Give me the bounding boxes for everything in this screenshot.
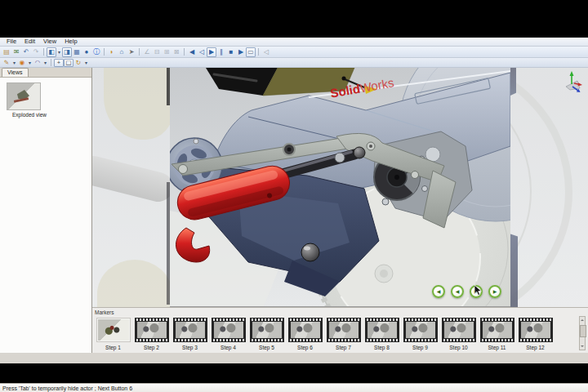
play-icon[interactable]: ▶: [207, 47, 216, 57]
marker-step-9[interactable]: Step 9: [401, 318, 439, 350]
open-icon[interactable]: ▤: [2, 47, 11, 57]
toolbar-separator: [184, 48, 185, 56]
menu-item[interactable]: Edit: [20, 38, 39, 46]
step-thumbnail[interactable]: [519, 318, 553, 342]
menu-item[interactable]: File: [2, 38, 20, 46]
send-email-icon[interactable]: ✉: [11, 47, 21, 57]
step-thumbnail-image: [406, 322, 435, 338]
step-thumbnail[interactable]: [250, 318, 284, 342]
step-thumbnail[interactable]: [365, 318, 399, 342]
viewport-dim-right: [510, 68, 588, 307]
step-thumbnail-image: [291, 322, 320, 338]
tab-views[interactable]: Views: [2, 68, 29, 77]
pivot-knob: [301, 243, 319, 261]
pause-icon[interactable]: ∥: [216, 47, 226, 57]
sound-icon[interactable]: ◁: [261, 47, 271, 57]
pen-dropdown-icon[interactable]: ▾: [11, 59, 17, 67]
shaded-view-icon[interactable]: ●: [82, 47, 91, 57]
step-back-button[interactable]: ◀: [451, 285, 464, 298]
step-label: Step 10: [449, 345, 467, 350]
dim-overlay: [510, 68, 588, 307]
step-thumbnail[interactable]: [327, 318, 361, 342]
views-panel: Views Exploded view: [0, 68, 92, 353]
cloud-dropdown-icon[interactable]: ▾: [42, 59, 48, 67]
marker-step-7[interactable]: Step 7: [324, 318, 363, 350]
dim-overlay: [92, 68, 170, 307]
toolbar-markup: ✎▾◉▾◠▾+▢↻▾: [0, 58, 588, 68]
markup-icon[interactable]: ⊠: [172, 47, 181, 57]
step-thumbnail-image: [98, 319, 129, 341]
menu-item[interactable]: Help: [60, 38, 81, 46]
rewind-button[interactable]: ◀: [432, 285, 445, 298]
fast-forward-icon[interactable]: ▶: [236, 47, 246, 57]
view-thumbnail-exploded[interactable]: Exploded view: [0, 78, 91, 118]
status-bar: Press 'Tab' to temporarily hide actor ; …: [0, 383, 588, 392]
step-label: Step 11: [488, 345, 506, 350]
step-label: Step 8: [374, 345, 390, 350]
rotate-dropdown-icon[interactable]: ▾: [83, 59, 89, 67]
toolbar-separator: [104, 48, 105, 56]
step-forward-button[interactable]: ▶: [488, 285, 501, 298]
mass-properties-icon[interactable]: ⊞: [162, 47, 172, 57]
viewport-video-region[interactable]: SolidWorks ◀◀▶▶: [170, 68, 510, 307]
marker-step-3[interactable]: Step 3: [171, 318, 209, 350]
view-mode-dropdown-icon[interactable]: ▾: [56, 47, 62, 57]
animation-playback-controls: ◀◀▶▶: [432, 285, 501, 298]
marker-step-11[interactable]: Step 11: [478, 318, 516, 350]
animation-panel-icon[interactable]: ▭: [246, 47, 256, 57]
marker-step-4[interactable]: Step 4: [209, 318, 247, 350]
shape-markup-icon[interactable]: ◉: [17, 59, 27, 67]
step-label: Step 5: [259, 345, 274, 350]
step-thumbnail[interactable]: [442, 318, 476, 342]
step-label: Step 3: [182, 345, 198, 350]
marker-step-12[interactable]: Step 12: [516, 318, 555, 350]
zoom-window-icon[interactable]: ▢: [64, 59, 74, 67]
info-icon[interactable]: ⓘ: [91, 47, 101, 57]
cloud-markup-icon[interactable]: ◠: [33, 59, 42, 67]
pan-icon[interactable]: +: [54, 59, 64, 67]
redo-icon[interactable]: ↷: [31, 47, 41, 57]
step-label: Step 4: [220, 345, 236, 350]
shape-dropdown-icon[interactable]: ▾: [27, 59, 33, 67]
step-thumbnail-image: [521, 322, 550, 338]
step-thumbnail[interactable]: [173, 318, 207, 342]
undo-icon[interactable]: ↶: [21, 47, 31, 57]
view-thumbnail-image[interactable]: [7, 82, 41, 110]
marker-step-6[interactable]: Step 6: [286, 318, 324, 350]
previous-view-icon[interactable]: ◧: [47, 47, 56, 57]
grid-view-icon[interactable]: ▦: [72, 47, 82, 57]
rotate-icon[interactable]: ↻: [74, 59, 83, 67]
main-area: Views Exploded view: [0, 68, 588, 353]
toolbar-separator: [43, 48, 44, 56]
select-icon[interactable]: ➤: [127, 47, 136, 57]
notify-icon[interactable]: ◗: [107, 47, 117, 57]
scrollbar-thumb[interactable]: [580, 325, 586, 337]
marker-steps: Step 1 Step 2 Step 3: [94, 318, 555, 350]
step-thumbnail[interactable]: [96, 318, 131, 342]
previous-frame-icon[interactable]: ◁: [197, 47, 207, 57]
video-frame: FileEditViewHelp ▤✉↶↷◧▾◨▦●ⓘ◗⌂➤∠⊟⊞⊠◀◁▶∥■▶…: [0, 0, 588, 392]
markers-scrollbar[interactable]: [579, 316, 586, 350]
step-thumbnail-image: [137, 322, 167, 338]
marker-step-1[interactable]: Step 1: [94, 318, 132, 350]
step-thumbnail-image: [176, 322, 205, 338]
rewind-icon[interactable]: ◀: [187, 47, 197, 57]
section-icon[interactable]: ⊟: [152, 47, 162, 57]
viewport[interactable]: SolidWorks ◀◀▶▶: [92, 68, 588, 307]
step-thumbnail[interactable]: [135, 318, 169, 342]
step-thumbnail[interactable]: [480, 318, 514, 342]
next-view-icon[interactable]: ◨: [62, 47, 72, 57]
measure-icon[interactable]: ∠: [142, 47, 152, 57]
marker-step-2[interactable]: Step 2: [132, 318, 171, 350]
marker-step-8[interactable]: Step 8: [363, 318, 401, 350]
marker-step-5[interactable]: Step 5: [247, 318, 286, 350]
home-view-icon[interactable]: ⌂: [117, 47, 127, 57]
stop-icon[interactable]: ■: [226, 47, 236, 57]
step-thumbnail[interactable]: [288, 318, 323, 342]
step-thumbnail[interactable]: [212, 318, 246, 342]
pen-markup-icon[interactable]: ✎: [2, 59, 11, 67]
menu-item[interactable]: View: [39, 38, 60, 46]
marker-step-10[interactable]: Step 10: [439, 318, 478, 350]
step-thumbnail[interactable]: [403, 318, 438, 342]
step-label: Step 2: [144, 345, 159, 350]
